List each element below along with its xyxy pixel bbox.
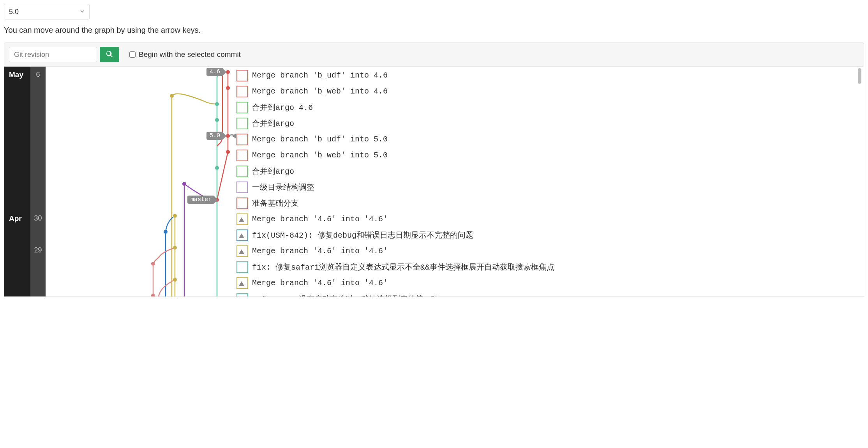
avatar <box>236 70 248 81</box>
commit-message: 一级目录结构调整 <box>252 182 314 192</box>
scrollbar-thumb[interactable] <box>858 68 861 84</box>
commit-row[interactable]: Merge branch 'b_udf' into 5.0 <box>236 131 554 147</box>
commit-node[interactable] <box>173 246 177 250</box>
commit-node[interactable] <box>173 214 177 218</box>
commit-row[interactable]: 合并到argo <box>236 115 554 131</box>
graph-hint-text: You can move around the graph by using t… <box>4 26 864 35</box>
commit-message: 合并到argo <box>252 118 294 129</box>
commit-message: Merge branch '4.6' into '4.6' <box>252 215 388 224</box>
commit-node[interactable] <box>226 86 230 90</box>
commit-list: Merge branch 'b_udf' into 4.6Merge branc… <box>236 67 554 296</box>
commit-node[interactable] <box>226 134 230 138</box>
avatar <box>236 86 248 97</box>
commit-node[interactable] <box>215 118 219 122</box>
day-column: 63029 <box>30 67 46 296</box>
commit-row[interactable]: fix: 修复safari浏览器自定义表达式显示不全&&事件选择框展开自动获取搜… <box>236 259 554 275</box>
avatar <box>236 182 248 193</box>
git-revision-input[interactable] <box>9 47 97 62</box>
avatar <box>236 277 248 289</box>
month-label: May <box>4 67 28 83</box>
commit-node[interactable] <box>170 94 174 98</box>
branch-tag[interactable]: 4.6 <box>206 68 223 76</box>
avatar <box>236 245 248 257</box>
avatar <box>236 229 248 241</box>
commit-message: Merge branch 'b_web' into 4.6 <box>252 87 388 96</box>
commit-message: refactor: 没有启动事件时，默认选择列表的第一项 <box>252 294 439 296</box>
commit-row[interactable]: Merge branch 'b_web' into 5.0 <box>236 147 554 163</box>
commit-message: 合并到argo 4.6 <box>252 102 313 113</box>
commit-row[interactable]: Merge branch '4.6' into '4.6' <box>236 275 554 291</box>
begin-checkbox-input[interactable] <box>129 51 136 58</box>
commit-row[interactable]: Merge branch 'b_udf' into 4.6 <box>236 67 554 83</box>
avatar <box>236 166 248 177</box>
search-button[interactable] <box>100 47 119 62</box>
commit-node[interactable] <box>226 70 230 74</box>
month-label: Apr <box>4 210 26 227</box>
graph-svg <box>46 67 236 296</box>
day-label: 6 <box>30 67 46 83</box>
commit-message: fix(USM-842): 修复debug和错误日志日期显示不完整的问题 <box>252 230 473 240</box>
branch-tag[interactable]: master <box>187 196 215 204</box>
commit-message: Merge branch 'b_web' into 5.0 <box>252 151 388 160</box>
avatar <box>236 198 248 209</box>
branch-tag[interactable]: 5.0 <box>206 132 223 140</box>
day-label: 30 <box>30 210 46 226</box>
avatar <box>236 134 248 145</box>
branch-dropdown[interactable]: 5.0 <box>4 4 90 19</box>
commit-row[interactable]: refactor: 没有启动事件时，默认选择列表的第一项 <box>236 291 554 296</box>
avatar <box>236 102 248 113</box>
commit-node[interactable] <box>215 102 219 106</box>
begin-checkbox-label: Begin with the selected commit <box>139 50 241 59</box>
commit-row[interactable]: fix(USM-842): 修复debug和错误日志日期显示不完整的问题 <box>236 227 554 243</box>
commit-row[interactable]: 准备基础分支 <box>236 195 554 211</box>
avatar <box>236 213 248 225</box>
search-toolbar: Begin with the selected commit <box>4 42 864 67</box>
commit-message: Merge branch '4.6' into '4.6' <box>252 279 388 287</box>
commit-row[interactable]: 一级目录结构调整 <box>236 179 554 195</box>
commit-node[interactable] <box>151 294 155 296</box>
commit-node[interactable] <box>164 230 168 234</box>
avatar <box>236 118 248 129</box>
commit-row[interactable]: Merge branch '4.6' into '4.6' <box>236 211 554 227</box>
commit-node[interactable] <box>173 278 177 282</box>
commit-node[interactable] <box>226 150 230 154</box>
avatar <box>236 261 248 273</box>
commit-row[interactable]: Merge branch 'b_web' into 4.6 <box>236 83 554 99</box>
month-column: MayApr <box>4 67 30 296</box>
chevron-down-icon <box>80 9 85 15</box>
commit-message: Merge branch 'b_udf' into 5.0 <box>252 135 388 144</box>
commit-node[interactable] <box>182 182 186 186</box>
day-label: 29 <box>30 242 46 258</box>
commit-node[interactable] <box>151 262 155 266</box>
commit-message: 合并到argo <box>252 166 294 176</box>
commit-message: fix: 修复safari浏览器自定义表达式显示不全&&事件选择框展开自动获取搜… <box>252 262 554 272</box>
commit-row[interactable]: 合并到argo <box>236 163 554 179</box>
commit-row[interactable]: Merge branch '4.6' into '4.6' <box>236 243 554 259</box>
commit-message: Merge branch '4.6' into '4.6' <box>252 247 388 256</box>
graph-canvas[interactable]: 4.65.0master Merge branch 'b_udf' into 4… <box>46 67 864 296</box>
avatar <box>236 293 248 297</box>
avatar <box>236 150 248 161</box>
network-graph-panel: MayApr 63029 4.65.0master Merge branch '… <box>4 67 864 297</box>
commit-node[interactable] <box>215 166 219 170</box>
branch-dropdown-value: 5.0 <box>9 8 19 16</box>
commit-message: 准备基础分支 <box>252 198 299 208</box>
commit-message: Merge branch 'b_udf' into 4.6 <box>252 71 388 80</box>
commit-row[interactable]: 合并到argo 4.6 <box>236 99 554 115</box>
search-icon <box>106 51 113 59</box>
begin-with-selected-checkbox[interactable]: Begin with the selected commit <box>129 50 241 59</box>
